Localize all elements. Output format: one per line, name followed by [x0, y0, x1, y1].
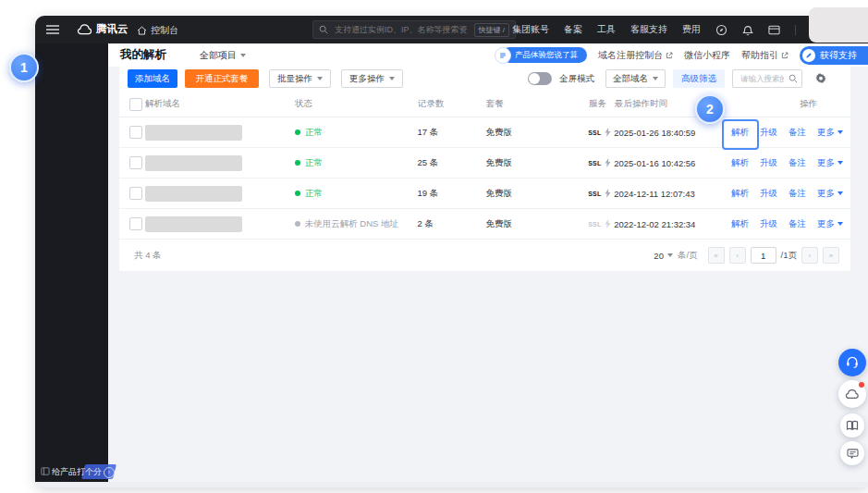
cloud-activity-button[interactable] — [838, 380, 866, 408]
lightning-icon[interactable] — [605, 219, 611, 228]
rate-chevron-icon[interactable]: › — [104, 467, 115, 478]
column-settings-gear-icon[interactable] — [815, 73, 826, 84]
chevron-down-icon — [240, 54, 246, 57]
feedback-button[interactable] — [840, 441, 864, 465]
cloud-icon — [845, 388, 860, 400]
ssl-badge[interactable]: SSL — [588, 191, 601, 197]
headset-icon — [845, 355, 860, 370]
lightning-icon[interactable] — [605, 158, 611, 167]
support-chat-button[interactable] — [838, 349, 866, 376]
add-domain-button[interactable]: 添加域名 — [128, 69, 177, 88]
project-selector[interactable]: 全部项目 — [200, 49, 246, 62]
ssl-badge[interactable]: SSL — [588, 129, 601, 136]
table-header-row: 解析域名 状态 记录数 套餐 服务 最后操作时间 操作 — [119, 92, 850, 117]
rate-product-link[interactable]: 给产品打个分 — [52, 466, 102, 478]
pen-icon — [802, 49, 815, 62]
row-action-upgrade[interactable]: 升级 — [760, 188, 777, 200]
navbar-right: 集团账号 备案 工具 客服支持 费用 xiaotan — [512, 16, 840, 43]
table-row: 正常 25 条 免费版 SSL 2025-01-16 10:42:56 解析 升… — [119, 148, 850, 179]
nav-icp[interactable]: 备案 — [564, 23, 582, 36]
status-badge: 正常 — [295, 188, 418, 200]
toolbar-right: 全屏模式 全部域名 高级筛选 — [528, 69, 826, 88]
row-checkbox[interactable] — [129, 126, 142, 139]
lightning-icon[interactable] — [605, 128, 611, 137]
row-action-resolve[interactable]: 解析 — [731, 188, 749, 200]
status-badge: 未使用云解析 DNS 地址 — [295, 218, 418, 230]
row-checkbox[interactable] — [129, 217, 142, 230]
domain-name-redacted[interactable] — [145, 155, 242, 171]
row-action-remark[interactable]: 备注 — [789, 157, 806, 169]
row-checkbox[interactable] — [129, 156, 142, 169]
domain-name-redacted[interactable] — [145, 125, 242, 141]
domain-filter-dropdown[interactable]: 全部域名 — [605, 69, 666, 88]
nav-group-account[interactable]: 集团账号 — [512, 23, 549, 36]
tencent-cloud-logo[interactable]: 腾讯云 — [77, 22, 128, 36]
hamburger-menu-icon[interactable] — [46, 25, 59, 34]
row-action-more[interactable]: 更多 — [817, 127, 843, 139]
chevron-down-icon — [837, 222, 843, 226]
last-op-time: 2024-12-11 12:07:43 — [614, 189, 731, 199]
get-support-pill[interactable]: 获得支持 — [800, 46, 868, 65]
lightning-icon[interactable] — [605, 189, 611, 198]
page-size-selector[interactable]: 20 — [654, 251, 673, 261]
compass-icon[interactable] — [715, 24, 727, 36]
chevron-down-icon — [389, 77, 395, 80]
batch-actions-dropdown[interactable]: 批量操作 — [269, 69, 331, 88]
fullscreen-toggle[interactable] — [528, 72, 552, 85]
service-icons: SSL — [588, 219, 614, 228]
open-paid-plan-button[interactable]: 开通正式套餐 — [185, 69, 259, 88]
bell-icon[interactable] — [742, 24, 753, 36]
domain-search-input[interactable] — [739, 73, 786, 84]
chevron-down-icon — [653, 77, 658, 80]
global-search-box[interactable]: 快捷键 / — [312, 20, 516, 39]
first-page-button[interactable]: « — [708, 247, 725, 264]
more-actions-dropdown[interactable]: 更多操作 — [341, 69, 403, 88]
sidebar-footer: 给产品打个分 › — [35, 462, 108, 482]
row-checkbox[interactable] — [129, 187, 142, 200]
ssl-badge[interactable]: SSL — [588, 160, 601, 166]
console-link[interactable]: 控制台 — [137, 24, 178, 37]
select-all-checkbox[interactable] — [129, 98, 142, 111]
record-count: 17 条 — [418, 127, 486, 139]
current-page-input[interactable]: 1 — [751, 247, 776, 264]
docs-button[interactable] — [840, 413, 864, 438]
domain-registration-console-link[interactable]: 域名注册控制台 — [598, 49, 673, 62]
nav-tools[interactable]: 工具 — [597, 23, 616, 36]
prev-page-button[interactable]: ‹ — [729, 247, 746, 264]
row-action-resolve[interactable]: 解析 — [731, 218, 749, 230]
total-pages-label: /1页 — [781, 250, 797, 262]
notification-dot — [859, 382, 864, 388]
domain-name-redacted[interactable] — [145, 186, 242, 202]
divider — [795, 25, 796, 35]
next-page-button[interactable]: › — [801, 247, 818, 264]
last-page-button[interactable]: » — [823, 247, 839, 264]
table-row: 正常 19 条 免费版 SSL 2024-12-11 12:07:43 解析 升… — [119, 179, 850, 209]
row-action-remark[interactable]: 备注 — [789, 188, 806, 200]
row-action-more[interactable]: 更多 — [817, 157, 843, 169]
message-lines-icon — [847, 449, 859, 459]
row-action-upgrade[interactable]: 升级 — [760, 218, 777, 230]
row-action-more[interactable]: 更多 — [817, 218, 843, 230]
global-search-input[interactable] — [333, 24, 470, 35]
help-guide-link[interactable]: 帮助指引 — [741, 49, 789, 62]
external-link-icon — [781, 52, 789, 59]
row-action-more[interactable]: 更多 — [817, 188, 843, 200]
collapse-sidebar-icon[interactable] — [41, 467, 50, 475]
chevron-down-icon — [837, 130, 843, 134]
nav-billing[interactable]: 费用 — [682, 23, 701, 36]
page: { "topbar": { "logo": "腾讯云", "console": … — [0, 0, 868, 493]
ssl-badge[interactable]: SSL — [588, 221, 601, 228]
domain-name-redacted[interactable] — [145, 216, 242, 232]
row-action-upgrade[interactable]: 升级 — [760, 157, 777, 169]
cost-card-icon[interactable] — [768, 25, 780, 35]
nav-support[interactable]: 客服支持 — [630, 23, 667, 36]
domain-search-box[interactable] — [732, 69, 802, 88]
row-action-upgrade[interactable]: 升级 — [760, 127, 777, 139]
advanced-filter-button[interactable]: 高级筛选 — [673, 69, 725, 88]
wechat-miniprogram-link[interactable]: 微信小程序 — [684, 49, 730, 62]
table-row: 未使用云解析 DNS 地址 2 条 免费版 SSL 2022-12-02 21:… — [119, 209, 850, 240]
row-action-remark[interactable]: 备注 — [789, 218, 806, 230]
row-action-resolve[interactable]: 解析 — [731, 157, 749, 169]
experience-feedback-pill[interactable]: 产品体验您说了算 — [502, 47, 587, 63]
row-action-remark[interactable]: 备注 — [789, 127, 806, 139]
